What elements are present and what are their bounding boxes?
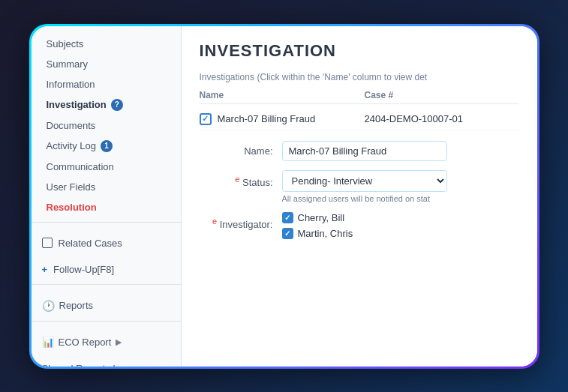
sidebar-divider-1	[32, 222, 181, 223]
sidebar-item-subjects-label: Subjects	[47, 38, 84, 49]
sidebar-item-reports[interactable]: 🕐 Reports	[32, 295, 181, 316]
investigator-name-1: Martin, Chris	[298, 228, 353, 239]
followup-plus-icon: +	[42, 264, 48, 275]
investigations-table-header: Name Case #	[200, 90, 519, 104]
sidebar-item-communication[interactable]: Communication	[32, 157, 181, 177]
sidebar-item-eco-report[interactable]: 📊 ECO Report ▶	[32, 332, 181, 352]
table-cell-case: 2404-DEMO-10007-01	[365, 113, 519, 124]
sidebar-item-user-fields[interactable]: User Fields	[32, 177, 181, 197]
status-note: All assigned users will be notified on s…	[282, 194, 447, 203]
sidebar-item-shared-reports[interactable]: Shared Reports ! ▶	[32, 358, 181, 367]
table-row[interactable]: March-07 Billing Fraud 2404-DEMO-10007-0…	[200, 109, 519, 130]
sidebar-divider-2	[32, 284, 181, 285]
sidebar-item-related-cases[interactable]: Related Cases	[32, 233, 181, 253]
sidebar-item-reports-label: Reports	[59, 300, 94, 311]
sidebar-item-communication-label: Communication	[47, 161, 114, 172]
form-row-status: e Status: Pending- Interview Open Closed…	[200, 170, 519, 203]
investigation-form: Name: e Status: Pending- Interview Open …	[200, 141, 519, 239]
sidebar-item-eco-report-label: ECO Report	[59, 337, 112, 348]
eco-report-arrow-icon: ▶	[116, 337, 122, 347]
status-select[interactable]: Pending- Interview Open Closed Under Rev…	[282, 170, 447, 192]
sidebar-item-activity-log[interactable]: Activity Log 1	[32, 136, 181, 157]
investigator-list: Cherry, Bill Martin, Chris	[282, 212, 353, 239]
row-checkbox-icon[interactable]	[200, 113, 212, 125]
eco-icon: 📊	[42, 337, 54, 348]
inner-card: Subjects Summary Information Investigati…	[32, 26, 537, 367]
investigator-required-mark: e	[212, 217, 217, 226]
status-required-mark: e	[235, 175, 239, 184]
investigator-label: e Investigator:	[200, 212, 282, 230]
form-row-investigator: e Investigator: Cherry, Bill Martin, Chr…	[200, 212, 519, 239]
sidebar-item-documents[interactable]: Documents	[32, 115, 181, 136]
outer-card: Subjects Summary Information Investigati…	[29, 24, 539, 369]
sidebar-item-related-cases-label: Related Cases	[59, 238, 122, 249]
sidebar-item-activity-log-label: Activity Log	[47, 140, 96, 151]
sidebar-item-investigation-label: Investigation	[47, 99, 107, 110]
investigator-checkbox-1[interactable]	[282, 228, 293, 239]
status-label: e Status:	[200, 170, 282, 188]
sidebar-item-followup-label: Follow-Up[F8]	[53, 264, 114, 275]
investigator-item-1: Martin, Chris	[282, 228, 353, 239]
sidebar-item-user-fields-label: User Fields	[47, 181, 96, 193]
investigator-item-0: Cherry, Bill	[282, 212, 353, 223]
table-header-name: Name	[200, 90, 365, 100]
page-title: INVESTIGATION	[200, 41, 519, 61]
sidebar-item-subjects[interactable]: Subjects	[32, 34, 181, 54]
investigation-badge: ?	[111, 99, 123, 111]
sidebar-item-resolution[interactable]: Resolution	[32, 197, 181, 217]
shared-reports-arrow-icon: ▶	[118, 364, 124, 367]
sidebar: Subjects Summary Information Investigati…	[32, 26, 182, 367]
sidebar-item-shared-reports-label: Shared Reports ! ▶	[42, 363, 125, 367]
sidebar-item-followup[interactable]: + Follow-Up[F8]	[32, 259, 181, 280]
form-row-name: Name:	[200, 141, 519, 161]
name-label: Name:	[200, 141, 282, 157]
sidebar-item-information[interactable]: Information	[32, 74, 181, 94]
sidebar-item-information-label: Information	[47, 79, 95, 90]
table-cell-name: March-07 Billing Fraud	[200, 113, 365, 125]
table-header-case: Case #	[365, 90, 519, 100]
investigator-name-0: Cherry, Bill	[298, 212, 345, 223]
sidebar-item-documents-label: Documents	[47, 120, 96, 131]
investigations-section-header: Investigations (Click within the 'Name' …	[200, 71, 519, 82]
reports-icon: 🕐	[42, 300, 55, 312]
status-field-group: Pending- Interview Open Closed Under Rev…	[282, 170, 447, 203]
sidebar-item-summary[interactable]: Summary	[32, 54, 181, 74]
related-cases-icon	[42, 238, 53, 248]
sidebar-item-resolution-label: Resolution	[47, 202, 97, 213]
name-input[interactable]	[282, 141, 447, 161]
sidebar-item-summary-label: Summary	[47, 58, 89, 70]
investigator-checkbox-0[interactable]	[282, 212, 293, 223]
sidebar-divider-3	[32, 321, 181, 322]
sidebar-item-investigation[interactable]: Investigation ?	[32, 94, 181, 115]
main-content: INVESTIGATION Investigations (Click with…	[182, 26, 537, 367]
activity-log-badge: 1	[101, 140, 113, 152]
